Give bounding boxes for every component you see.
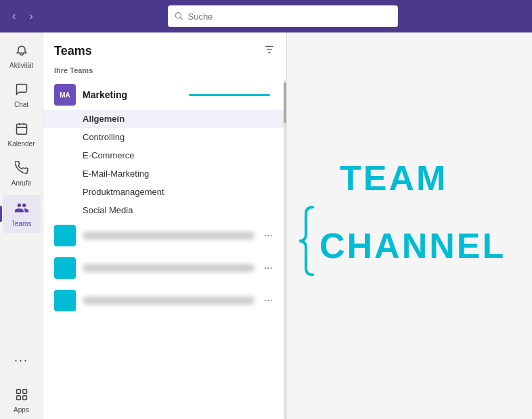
svg-rect-8 [16,396,20,400]
teams-panel-title: Teams [54,44,92,58]
nav-back-button[interactable]: ‹ [8,7,20,25]
more-icon: ··· [14,353,28,368]
sidebar-item-anrufe[interactable]: Anrufe [3,156,41,192]
filter-icon[interactable] [263,43,275,58]
section-label-ihre-teams: Ihre Teams [43,64,286,80]
top-bar: ‹ › [0,0,532,32]
channel-row-produktmanagement[interactable]: Produktmanagement [43,183,286,201]
phone-icon [15,161,28,178]
team-row-marketing[interactable]: MA Marketing [43,80,286,110]
sidebar-item-aktivitaet[interactable]: Aktivität [3,38,41,74]
sidebar-item-kalender[interactable]: Kalender [3,116,41,153]
team-name-marketing: Marketing [83,89,182,100]
svg-text:CHANNEL: CHANNEL [319,226,506,265]
sidebar-item-more[interactable]: ··· [3,348,41,374]
team-name-blur-1 [83,231,254,240]
channel-row-emailmarketing[interactable]: E-Mail-Marketing [43,164,286,183]
calendar-icon [15,122,28,139]
sidebar-item-label-anrufe: Anrufe [12,179,31,187]
svg-rect-6 [16,390,20,394]
svg-line-1 [181,18,183,20]
chat-icon [15,83,28,100]
team-options-button-3[interactable]: ··· [261,294,275,307]
teams-list: MA Marketing Allgemein Controlling E-Com… [43,80,286,419]
sidebar-item-label-chat: Chat [14,101,28,108]
team-row-other-1[interactable]: ··· [43,219,286,252]
team-avatar-other-2 [54,257,76,279]
team-row-other-3[interactable]: ··· [43,284,286,317]
content-area: TEAM CHANNEL [287,32,532,419]
search-input[interactable] [187,12,391,22]
svg-rect-2 [16,124,26,134]
channel-row-socialmedia[interactable]: Social Media [43,201,286,219]
bell-icon [15,43,28,60]
apps-icon [15,388,28,405]
sidebar-item-label-teams: Teams [12,220,31,227]
sidebar-item-label-apps: Apps [14,406,29,414]
search-icon [175,12,183,21]
team-expand-indicator [189,94,270,96]
channel-row-ecommerce[interactable]: E-Commerce [43,146,286,164]
svg-text:TEAM: TEAM [340,158,447,198]
teams-icon [14,200,29,219]
sidebar-item-label-aktivitaet: Aktivität [9,62,33,69]
sidebar-item-teams[interactable]: Teams [3,195,41,233]
main-layout: Aktivität Chat Kalender [0,32,532,419]
search-bar [168,5,398,27]
team-row-other-2[interactable]: ··· [43,252,286,284]
team-options-button-1[interactable]: ··· [261,229,275,242]
team-name-blur-2 [83,264,254,272]
teams-panel-header: Teams [43,32,286,64]
team-avatar-other-1 [54,225,76,246]
svg-rect-9 [22,396,26,400]
team-avatar-other-3 [54,290,76,311]
sidebar-item-label-kalender: Kalender [7,140,35,148]
channel-row-controlling[interactable]: Controlling [43,128,286,146]
svg-rect-7 [22,390,26,394]
teams-panel: Teams Ihre Teams MA Ma [43,32,287,419]
team-options-button-2[interactable]: ··· [261,262,275,274]
team-name-blur-3 [83,296,254,305]
channel-row-allgemein[interactable]: Allgemein [43,110,286,128]
brace-annotation: TEAM CHANNEL [299,146,532,295]
nav-forward-button[interactable]: › [25,7,37,25]
team-avatar-marketing: MA [54,84,76,106]
sidebar-item-chat[interactable]: Chat [3,77,41,114]
sidebar-item-apps[interactable]: Apps [3,382,41,419]
sidebar-nav: Aktivität Chat Kalender [0,32,43,419]
